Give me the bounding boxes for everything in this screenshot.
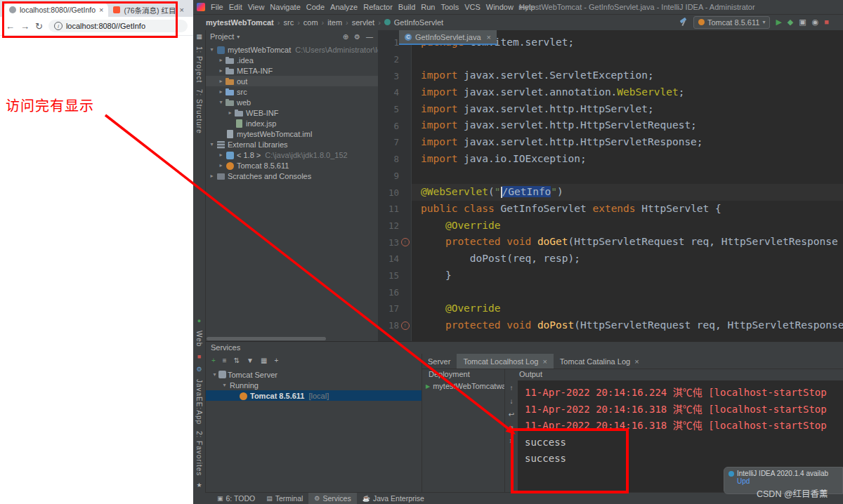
code-line[interactable]: 3import javax.servlet.ServletException; bbox=[378, 67, 843, 84]
run-icon[interactable]: ▶ bbox=[776, 18, 781, 26]
status-6-todo[interactable]: ▣6: TODO bbox=[211, 493, 261, 504]
code-line[interactable]: 2 bbox=[378, 51, 843, 68]
tree-arrow-icon[interactable]: ▸ bbox=[217, 57, 225, 63]
menu-run[interactable]: Run bbox=[418, 3, 438, 11]
filter-icon[interactable]: ▼ bbox=[247, 357, 254, 364]
locate-icon[interactable]: ⊕ bbox=[343, 33, 348, 41]
scroll-up-icon[interactable]: ↑ bbox=[510, 385, 514, 392]
tree-arrow-icon[interactable]: ▾ bbox=[211, 371, 218, 378]
horizontal-scrollbar[interactable] bbox=[205, 337, 375, 340]
web-run-icon[interactable]: ● bbox=[197, 318, 201, 324]
browser-tab-csdn[interactable]: (76条消息) 红目 × bbox=[108, 3, 189, 17]
group-icon[interactable]: ▦ bbox=[261, 357, 267, 364]
status-terminal[interactable]: ▤Terminal bbox=[261, 493, 308, 504]
profiler-icon[interactable]: ◉ bbox=[812, 18, 819, 26]
tool-window-favorites[interactable]: 2: Favorites bbox=[195, 431, 203, 476]
tree-arrow-icon[interactable]: ▾ bbox=[208, 141, 216, 147]
debug-icon[interactable]: ◆ bbox=[788, 18, 793, 26]
menu-view[interactable]: View bbox=[245, 3, 268, 11]
chevron-down-icon[interactable]: ▾ bbox=[237, 34, 240, 40]
code-line[interactable]: 6import javax.servlet.http.HttpServletRe… bbox=[378, 117, 843, 134]
clear-icon[interactable]: × bbox=[509, 438, 514, 445]
tree-arrow-icon[interactable]: ▸ bbox=[208, 173, 216, 179]
services-tree-item[interactable]: ▾Tomcat Server bbox=[205, 369, 422, 380]
project-tree-item[interactable]: ▸src bbox=[205, 86, 378, 97]
scroll-down-icon[interactable]: ↓ bbox=[510, 398, 514, 405]
settings-icon[interactable]: ⚙ bbox=[196, 366, 202, 373]
console-tab-tomcat-catalina-log[interactable]: Tomcat Catalina Log× bbox=[554, 354, 646, 369]
status-java-enterprise[interactable]: ☕Java Enterprise bbox=[357, 493, 430, 504]
editor-area[interactable]: 1package com.item.servlet;23import javax… bbox=[378, 30, 843, 341]
view-options-icon[interactable]: ≡ bbox=[223, 357, 227, 364]
code-line[interactable]: 4import javax.servlet.annotation.WebServ… bbox=[378, 84, 843, 101]
notification-link[interactable]: Upd bbox=[737, 477, 838, 485]
soft-wrap-icon[interactable]: ↩ bbox=[509, 411, 514, 418]
code-line[interactable]: 9 bbox=[378, 168, 843, 185]
code-line[interactable]: 8import java.io.IOException; bbox=[378, 151, 843, 168]
breadcrumb-item[interactable]: item bbox=[327, 18, 342, 27]
menu-edit[interactable]: Edit bbox=[226, 3, 245, 11]
services-tree-item[interactable]: Tomcat 8.5.611[local] bbox=[205, 390, 422, 401]
console-tab-server[interactable]: Server bbox=[422, 354, 457, 369]
address-bar[interactable]: i localhost:8080//GetInfo bbox=[48, 20, 188, 32]
project-tree-item[interactable]: ▸Scratches and Consoles bbox=[205, 171, 378, 181]
tool-window-javaee-app[interactable]: JavaEE:App bbox=[195, 379, 203, 425]
browser-tab-getinfo[interactable]: localhost:8080//GetInfo × bbox=[4, 3, 108, 17]
tree-arrow-icon[interactable]: ▾ bbox=[217, 99, 225, 105]
stop-icon[interactable]: ■ bbox=[824, 18, 829, 26]
close-icon[interactable]: × bbox=[634, 357, 639, 366]
project-tree-item[interactable]: ▸.idea bbox=[205, 55, 378, 65]
code-line[interactable]: 15 } bbox=[378, 267, 843, 284]
tool-window-web[interactable]: Web bbox=[195, 331, 203, 347]
add-icon[interactable]: + bbox=[274, 357, 278, 364]
code-line[interactable]: 10@WebServlet("/GetInfo") bbox=[378, 184, 843, 201]
run-config-select[interactable]: Tomcat 8.5.611 ▾ bbox=[693, 16, 770, 29]
breadcrumb-item[interactable]: src bbox=[283, 18, 294, 27]
tree-arrow-icon[interactable]: ▸ bbox=[217, 88, 225, 95]
project-tree-item[interactable]: ▸WEB-INF bbox=[205, 107, 378, 118]
tool-window-project[interactable]: 1: Project bbox=[195, 46, 203, 83]
project-tree-item[interactable]: ▸META-INF bbox=[205, 65, 378, 76]
console-tab-tomcat-localhost-log[interactable]: Tomcat Localhost Log× bbox=[457, 354, 553, 369]
close-tab-icon[interactable]: × bbox=[180, 6, 184, 14]
hide-panel-icon[interactable]: — bbox=[366, 33, 373, 41]
site-info-icon[interactable]: i bbox=[54, 22, 63, 30]
scrollbar-thumb[interactable] bbox=[207, 337, 326, 340]
menu-file[interactable]: File bbox=[208, 3, 226, 11]
code-line[interactable]: 7import javax.servlet.http.HttpServletRe… bbox=[378, 134, 843, 151]
code-line[interactable]: 18↑ protected void doPost(HttpServletReq… bbox=[378, 317, 843, 334]
code-line[interactable]: 14 doPost(req, resp); bbox=[378, 251, 843, 267]
menu-analyze[interactable]: Analyze bbox=[327, 3, 360, 11]
project-tree-item[interactable]: ▸out bbox=[205, 76, 378, 86]
tree-arrow-icon[interactable]: ▸ bbox=[217, 152, 225, 158]
gear-icon[interactable]: ⚙ bbox=[354, 33, 360, 41]
breadcrumb-item[interactable]: GetInfoServlet bbox=[394, 18, 443, 27]
menu-code[interactable]: Code bbox=[303, 3, 327, 11]
scroll-to-end-icon[interactable]: ≡ bbox=[509, 425, 514, 432]
code-line[interactable]: 12 @Override bbox=[378, 218, 843, 234]
tree-arrow-icon[interactable]: ▸ bbox=[226, 110, 234, 116]
override-method-icon[interactable]: ↑ bbox=[401, 321, 410, 330]
star-icon[interactable]: ★ bbox=[196, 482, 202, 489]
code-line[interactable]: 17 @Override bbox=[378, 300, 843, 317]
tree-arrow-icon[interactable]: ▾ bbox=[208, 46, 216, 53]
close-icon[interactable]: × bbox=[542, 357, 547, 366]
menu-tools[interactable]: Tools bbox=[438, 3, 462, 11]
code-line[interactable]: 11public class GetInfoServlet extends Ht… bbox=[378, 201, 843, 218]
project-tree-item[interactable]: mytestWebTomcat.iml bbox=[205, 128, 378, 139]
refresh-icon[interactable]: ↻ bbox=[35, 21, 43, 32]
tree-arrow-icon[interactable]: ▾ bbox=[221, 382, 228, 388]
close-tab-icon[interactable]: × bbox=[99, 6, 103, 14]
breadcrumb-item[interactable]: mytestWebTomcat bbox=[206, 18, 274, 27]
services-tree-item[interactable]: ▾Running bbox=[205, 380, 422, 390]
project-tree-item[interactable]: ▾External Libraries bbox=[205, 139, 378, 150]
menu-vcs[interactable]: VCS bbox=[462, 3, 483, 11]
menu-navigate[interactable]: Navigate bbox=[267, 3, 303, 11]
expand-collapse-icon[interactable]: ⇅ bbox=[234, 357, 240, 364]
tree-arrow-icon[interactable]: ▸ bbox=[217, 162, 225, 168]
forward-icon[interactable]: → bbox=[20, 21, 30, 32]
add-service-icon[interactable]: + bbox=[211, 357, 216, 364]
breadcrumb-item[interactable]: servlet bbox=[352, 18, 374, 27]
deployment-item[interactable]: ▶mytestWebTomcatwar bbox=[422, 380, 504, 392]
menu-refactor[interactable]: Refactor bbox=[360, 3, 396, 11]
